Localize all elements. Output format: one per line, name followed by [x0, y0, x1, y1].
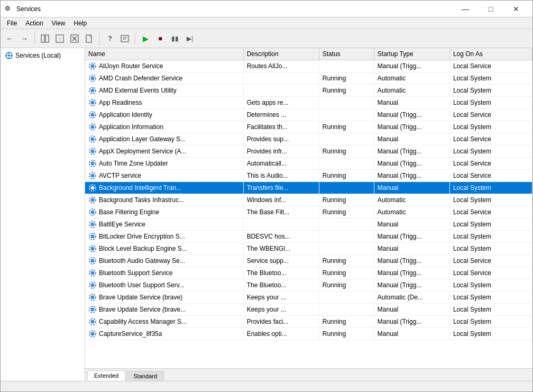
service-gear-icon	[88, 330, 97, 338]
col-header-desc[interactable]: Description	[243, 48, 319, 60]
service-name-text: Brave Update Service (brave)	[99, 294, 182, 301]
table-row[interactable]: BattlEye ServiceManualLocal System	[85, 218, 532, 231]
service-name-text: Bluetooth Audio Gateway Se...	[99, 257, 185, 265]
menu-help[interactable]: Help	[70, 19, 91, 28]
service-logon-cell: Local Service	[449, 109, 532, 121]
table-row[interactable]: Application Layer Gateway S...Provides s…	[85, 133, 532, 145]
service-gear-icon	[88, 159, 97, 168]
table-row[interactable]: Brave Update Service (brave...Keeps your…	[85, 304, 532, 316]
table-row[interactable]: AMD External Events UtilityRunningAutoma…	[85, 85, 532, 97]
svg-point-56	[91, 271, 94, 275]
service-logon-cell: Local Service	[449, 158, 532, 170]
service-name-cell: AllJoyn Router Service	[85, 60, 243, 72]
table-row[interactable]: Bluetooth User Support Serv...The Blueto…	[85, 279, 532, 291]
service-desc-cell: The WBENGI...	[243, 243, 319, 255]
services-tbody: AllJoyn Router ServiceRoutes AllJo...Man…	[85, 60, 532, 340]
table-row[interactable]: Bluetooth Audio Gateway Se...Service sup…	[85, 255, 532, 267]
tree-icon	[41, 34, 49, 43]
table-row[interactable]: Capability Access Manager S...Provides f…	[85, 316, 532, 328]
service-status-cell	[319, 60, 374, 72]
pause-button[interactable]: ▮▮	[168, 32, 182, 45]
tab-standard[interactable]: Standard	[126, 371, 164, 381]
menu-file[interactable]: File	[3, 19, 21, 28]
table-row[interactable]: Application IdentityDetermines ...Manual…	[85, 109, 532, 121]
table-row[interactable]: Background Intelligent Tran...Transfers …	[85, 182, 532, 194]
service-status-cell: Running	[319, 279, 374, 291]
col-header-status[interactable]: Status	[319, 48, 374, 60]
svg-point-44	[91, 198, 94, 202]
service-logon-cell: Local System	[449, 218, 532, 231]
table-row[interactable]: AMD Crash Defender ServiceRunningAutomat…	[85, 72, 532, 85]
table-row[interactable]: AppX Deployment Service (A...Provides in…	[85, 145, 532, 158]
service-gear-icon	[88, 293, 97, 302]
service-startup-cell: Manual (Trigg...	[374, 255, 449, 267]
table-row[interactable]: BitLocker Drive Encryption S...BDESVC ho…	[85, 231, 532, 243]
service-desc-cell: Enables opti...	[243, 328, 319, 340]
service-desc-cell: Keeps your ...	[243, 304, 319, 316]
show-button[interactable]	[68, 32, 81, 45]
service-desc-cell: Provides faci...	[243, 316, 319, 328]
service-gear-icon	[88, 135, 97, 143]
show-hide-tree-button[interactable]	[38, 32, 52, 45]
service-logon-cell: Local Service	[449, 255, 532, 267]
play-button[interactable]: ▶	[139, 32, 152, 45]
service-name-cell: AVCTP service	[85, 170, 243, 182]
service-status-cell	[319, 182, 374, 194]
service-startup-cell: Manual (Trigg...	[374, 267, 449, 279]
maximize-button[interactable]: □	[479, 1, 503, 17]
export-button[interactable]	[82, 32, 96, 45]
table-row[interactable]: Brave Update Service (brave)Keeps your .…	[85, 291, 532, 304]
table-row[interactable]: App ReadinessGets apps re...ManualLocal …	[85, 97, 532, 109]
up-button[interactable]: ↑	[53, 32, 67, 45]
table-row[interactable]: Background Tasks Infrastruc...Windows in…	[85, 194, 532, 206]
table-row[interactable]: Base Filtering EngineThe Base Filt...Run…	[85, 206, 532, 218]
minimize-button[interactable]: —	[453, 1, 477, 17]
service-gear-icon	[88, 257, 97, 265]
service-gear-icon	[88, 62, 97, 70]
service-name-text: Application Information	[99, 123, 163, 131]
service-startup-cell: Manual	[374, 182, 449, 194]
table-row[interactable]: AllJoyn Router ServiceRoutes AllJo...Man…	[85, 60, 532, 72]
table-row[interactable]: Bluetooth Support ServiceThe Bluetoo...R…	[85, 267, 532, 279]
restart-button[interactable]: ▶|	[183, 32, 197, 45]
col-header-startup[interactable]: Startup Type	[374, 48, 449, 60]
close-button[interactable]: ✕	[504, 1, 528, 17]
svg-point-42	[91, 186, 94, 189]
service-name-cell: Bluetooth Support Service	[85, 267, 243, 279]
svg-point-50	[91, 235, 94, 238]
svg-point-64	[91, 320, 94, 323]
table-row[interactable]: AVCTP serviceThis is Audio...RunningManu…	[85, 170, 532, 182]
table-row[interactable]: CaptureService_8f35aEnables opti...Runni…	[85, 328, 532, 340]
table-row[interactable]: Application InformationFacilitates th...…	[85, 121, 532, 133]
stop-button[interactable]: ■	[153, 32, 167, 45]
svg-point-58	[91, 284, 94, 287]
menu-view[interactable]: View	[48, 19, 70, 28]
col-header-name[interactable]: Name	[85, 48, 243, 60]
sidebar-item-services-local[interactable]: Services (Local)	[3, 50, 82, 61]
svg-point-48	[91, 223, 94, 226]
service-logon-cell: Local System	[449, 194, 532, 206]
service-gear-icon	[88, 123, 97, 131]
table-row[interactable]: Auto Time Zone UpdaterAutomaticall...Man…	[85, 158, 532, 170]
forward-button[interactable]: →	[17, 32, 31, 45]
table-row[interactable]: Block Level Backup Engine S...The WBENGI…	[85, 243, 532, 255]
service-desc-cell: This is Audio...	[243, 170, 319, 182]
tab-extended[interactable]: Extended	[87, 370, 125, 381]
title-bar-left: ⚙ Services	[5, 5, 41, 13]
col-header-logon[interactable]: Log On As	[449, 48, 532, 60]
menu-action[interactable]: Action	[21, 19, 47, 28]
service-desc-cell: Service supp...	[243, 255, 319, 267]
export-icon	[85, 34, 94, 43]
service-status-cell: Running	[319, 72, 374, 85]
service-logon-cell: Local Service	[449, 133, 532, 145]
service-status-cell	[319, 97, 374, 109]
service-name-cell: Bluetooth User Support Serv...	[85, 279, 243, 291]
properties-button[interactable]	[118, 32, 132, 45]
service-startup-cell: Manual (Trigg...	[374, 158, 449, 170]
help-button[interactable]: ?	[103, 32, 117, 45]
service-desc-cell: Facilitates th...	[243, 121, 319, 133]
back-button[interactable]: ←	[3, 32, 16, 45]
table-container[interactable]: Name Description Status Startup Type Log…	[85, 48, 532, 368]
service-startup-cell: Automatic (De...	[374, 291, 449, 304]
service-name-text: Background Tasks Infrastruc...	[99, 196, 184, 204]
